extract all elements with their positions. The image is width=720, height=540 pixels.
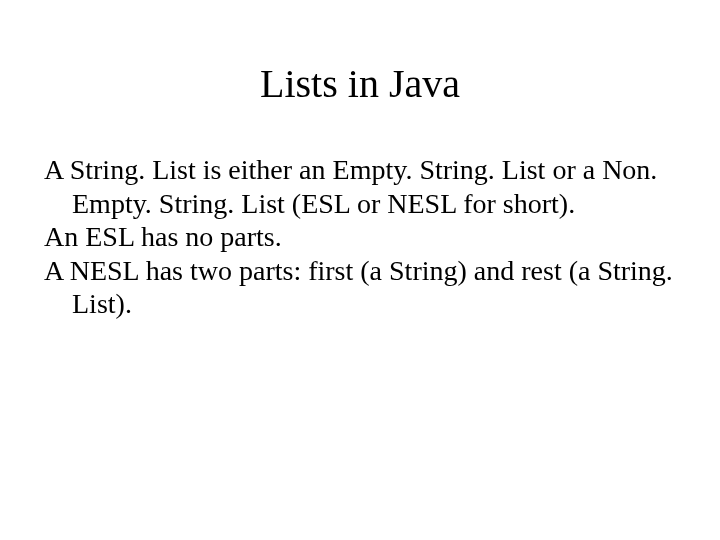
slide-title: Lists in Java [40, 60, 680, 107]
slide-body: A String. List is either an Empty. Strin… [40, 153, 680, 321]
slide: Lists in Java A String. List is either a… [0, 0, 720, 540]
body-paragraph: An ESL has no parts. [44, 220, 680, 254]
body-paragraph: A NESL has two parts: first (a String) a… [44, 254, 680, 321]
body-paragraph: A String. List is either an Empty. Strin… [44, 153, 680, 220]
